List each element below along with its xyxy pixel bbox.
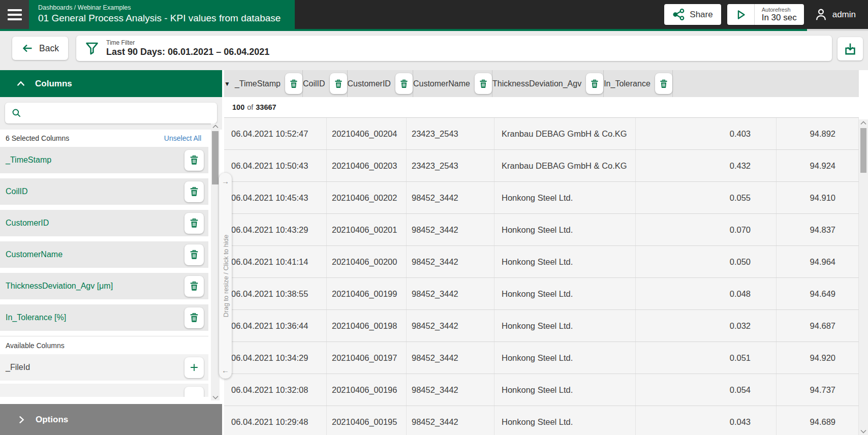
options-panel-header[interactable]: Options bbox=[0, 404, 222, 435]
remove-column-button[interactable] bbox=[475, 73, 492, 94]
cell-customer-id: 23423_2543 bbox=[407, 118, 494, 149]
trash-icon bbox=[590, 79, 600, 89]
remove-column-button[interactable] bbox=[184, 213, 204, 234]
share-button-label: Share bbox=[690, 10, 712, 20]
selected-column-item[interactable]: In_Tolerance [%] bbox=[0, 304, 208, 331]
cell-thickness-deviation: 0.048 bbox=[636, 278, 777, 309]
table-header-cell[interactable]: CustomerID bbox=[348, 70, 413, 97]
remove-column-button[interactable] bbox=[184, 276, 204, 297]
trash-icon bbox=[189, 218, 200, 229]
share-button[interactable]: Share bbox=[664, 4, 721, 25]
table-row[interactable]: 06.04.2021 10:29:48 20210406_00195 98452… bbox=[224, 406, 859, 435]
available-column-item[interactable]: _FileId bbox=[0, 354, 208, 381]
cell-in-tolerance: 94.737 bbox=[777, 374, 859, 406]
cell-customer-id: 98452_3442 bbox=[407, 310, 494, 341]
sort-descending-icon[interactable]: ▼ bbox=[224, 80, 230, 87]
table-scrollbar-thumb[interactable] bbox=[860, 128, 866, 173]
available-column-label: _FileId bbox=[6, 363, 30, 372]
table-header-cell[interactable]: ThicknessDeviation_Agv bbox=[492, 70, 604, 97]
table-row[interactable]: 06.04.2021 10:34:29 20210406_00197 98452… bbox=[224, 342, 859, 374]
table-row[interactable]: 06.04.2021 10:52:47 20210406_00204 23423… bbox=[224, 118, 859, 150]
cell-customer-id: 98452_3442 bbox=[407, 182, 494, 213]
table-row[interactable]: 06.04.2021 10:32:08 20210406_00196 98452… bbox=[224, 374, 859, 406]
time-filter-label: Time Filter bbox=[106, 39, 269, 46]
cell-customer-name: Honkong Steel Ltd. bbox=[494, 182, 636, 213]
table-row[interactable]: 06.04.2021 10:41:14 20210406_00200 98452… bbox=[224, 246, 859, 278]
scroll-down-icon[interactable] bbox=[859, 429, 868, 433]
selected-column-item[interactable]: CustomerName bbox=[0, 241, 208, 268]
remove-column-button[interactable] bbox=[586, 73, 603, 94]
table-header-label: _TimeStamp bbox=[235, 79, 281, 88]
panel-resize-handle[interactable]: → Drag to resize / Click to hide ← bbox=[219, 173, 232, 379]
columns-search-input[interactable] bbox=[26, 103, 217, 123]
cell-coil-id: 20210406_00195 bbox=[327, 406, 407, 435]
cell-timestamp: 06.04.2021 10:32:08 bbox=[224, 374, 327, 406]
user-menu[interactable]: admin bbox=[814, 8, 856, 21]
table-header-label: ThicknessDeviation_Agv bbox=[492, 79, 581, 88]
page-title-block: Dashboards / Webinar Examples 01 General… bbox=[29, 0, 295, 29]
scroll-up-icon[interactable] bbox=[211, 125, 220, 129]
play-icon[interactable] bbox=[727, 4, 755, 25]
cell-customer-id: 98452_3442 bbox=[407, 278, 494, 309]
table-header-cell[interactable]: ▼ _TimeStamp bbox=[224, 70, 303, 97]
remove-column-button[interactable] bbox=[184, 244, 204, 265]
remove-column-button[interactable] bbox=[395, 73, 413, 94]
available-column-item-partial[interactable] bbox=[0, 384, 208, 397]
trash-icon bbox=[189, 312, 200, 323]
sidebar-scrollbar[interactable] bbox=[211, 123, 220, 400]
table-row[interactable]: 06.04.2021 10:36:44 20210406_00198 98452… bbox=[224, 310, 859, 342]
cell-in-tolerance: 94.649 bbox=[777, 278, 859, 309]
breadcrumb: Dashboards / Webinar Examples bbox=[38, 4, 281, 11]
toolbar: Back Time Filter Last 90 Days: 06.01.202… bbox=[0, 31, 868, 70]
cell-in-tolerance: 94.689 bbox=[777, 406, 859, 435]
table-header-cell[interactable]: In_Tolerance bbox=[604, 70, 673, 97]
remove-column-button[interactable] bbox=[330, 73, 347, 94]
scroll-up-icon[interactable] bbox=[859, 121, 868, 125]
cell-customer-name: Honkong Steel Ltd. bbox=[494, 278, 636, 309]
table-header-cell[interactable]: CustomerName bbox=[413, 70, 492, 97]
back-button[interactable]: Back bbox=[12, 37, 68, 60]
row-count-status: 100 of 33667 bbox=[224, 97, 859, 117]
add-column-button[interactable] bbox=[184, 387, 204, 397]
autorefresh-button[interactable]: Autorefresh In 30 sec bbox=[727, 4, 804, 25]
sidebar-scrollbar-thumb[interactable] bbox=[212, 131, 219, 184]
remove-column-button[interactable] bbox=[184, 150, 204, 171]
cell-in-tolerance: 94.924 bbox=[777, 150, 859, 181]
selected-column-item[interactable]: CoilID bbox=[0, 178, 208, 205]
selected-column-label: CustomerID bbox=[6, 219, 49, 228]
table-scrollbar[interactable] bbox=[859, 119, 868, 435]
selected-column-label: In_Tolerance [%] bbox=[6, 313, 66, 322]
cell-in-tolerance: 94.687 bbox=[777, 310, 859, 341]
remove-column-button[interactable] bbox=[285, 73, 302, 94]
selected-column-item[interactable]: _TimeStamp bbox=[0, 147, 208, 173]
add-column-button[interactable] bbox=[184, 357, 204, 378]
hamburger-menu-icon[interactable] bbox=[0, 0, 29, 29]
scroll-down-icon[interactable] bbox=[211, 395, 220, 399]
remove-column-button[interactable] bbox=[655, 73, 672, 94]
cell-coil-id: 20210406_00201 bbox=[327, 214, 407, 245]
chevron-right-icon bbox=[16, 414, 27, 425]
selected-column-item[interactable]: ThicknessDeviation_Agv [μm] bbox=[0, 273, 208, 299]
cell-thickness-deviation: 0.432 bbox=[636, 150, 777, 181]
table-row[interactable]: 06.04.2021 10:43:29 20210406_00201 98452… bbox=[224, 214, 859, 246]
selected-column-label: CustomerName bbox=[6, 250, 63, 259]
selected-column-item[interactable]: CustomerID bbox=[0, 210, 208, 236]
cell-customer-id: 98452_3442 bbox=[407, 374, 494, 406]
share-icon bbox=[672, 8, 685, 21]
remove-column-button[interactable] bbox=[184, 181, 204, 202]
resize-right-arrow-icon: → bbox=[219, 177, 232, 185]
table-header-cell[interactable]: CoilID bbox=[303, 70, 348, 97]
columns-panel-header[interactable]: Columns bbox=[0, 70, 222, 97]
download-button[interactable] bbox=[838, 37, 863, 60]
time-filter-card[interactable]: Time Filter Last 90 Days: 06.01.2021 – 0… bbox=[76, 36, 832, 61]
chevron-up-icon bbox=[15, 78, 26, 89]
cell-thickness-deviation: 0.070 bbox=[636, 214, 777, 245]
table-row[interactable]: 06.04.2021 10:38:55 20210406_00199 98452… bbox=[224, 278, 859, 310]
remove-column-button[interactable] bbox=[184, 307, 204, 328]
rows-shown-count: 100 bbox=[232, 103, 244, 111]
unselect-all-link[interactable]: Unselect All bbox=[164, 134, 201, 142]
cell-thickness-deviation: 0.403 bbox=[636, 118, 777, 149]
table-row[interactable]: 06.04.2021 10:45:43 20210406_00202 98452… bbox=[224, 182, 859, 214]
cell-customer-name: Honkong Steel Ltd. bbox=[494, 246, 636, 277]
table-row[interactable]: 06.04.2021 10:50:43 20210406_00203 23423… bbox=[224, 150, 859, 182]
